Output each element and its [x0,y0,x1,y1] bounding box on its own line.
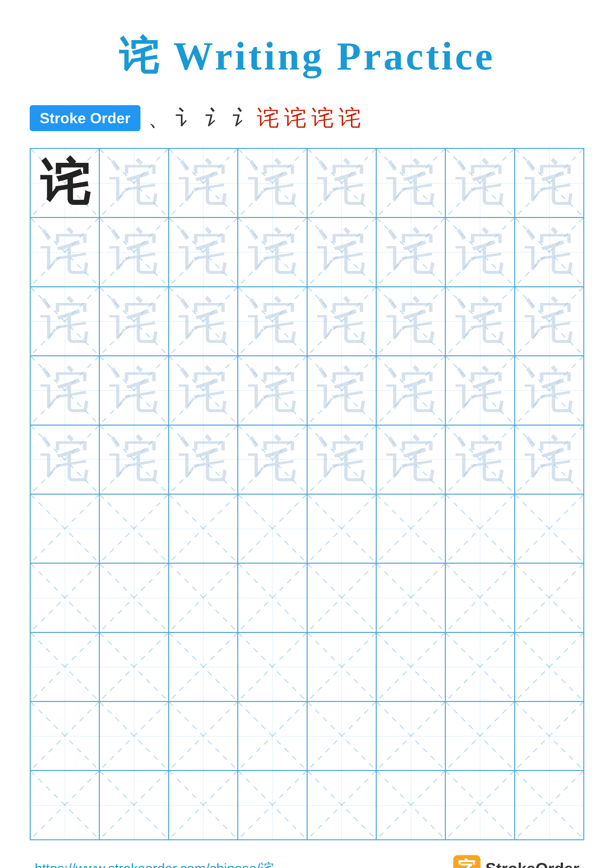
svg-line-136 [308,702,376,770]
svg-line-95 [515,494,583,563]
grid-cell-empty[interactable] [445,702,515,770]
grid-cell[interactable]: 诧 [307,149,376,217]
grid-cell[interactable]: 诧 [376,356,445,425]
grid-cell-empty[interactable] [515,702,584,770]
grid-cell[interactable]: 诧 [30,425,99,494]
grid-cell[interactable]: 诧 [30,217,99,287]
footer-url[interactable]: https://www.strokeorder.com/chinese/诧 [35,860,274,868]
grid-row-5: 诧 诧 诧 诧 诧 诧 诧 诧 [30,425,584,494]
grid-cell-empty[interactable] [307,770,376,840]
svg-line-148 [169,771,237,839]
grid-cell-empty[interactable] [238,494,307,563]
grid-cell[interactable]: 诧 [445,217,515,287]
svg-line-106 [377,564,445,632]
svg-line-120 [308,633,376,701]
grid-cell-empty[interactable] [169,702,238,770]
svg-line-139 [377,702,445,770]
grid-cell[interactable]: 诧 [376,425,445,494]
svg-line-80 [31,494,99,563]
grid-cell-empty[interactable] [515,770,584,840]
svg-line-124 [446,633,514,701]
grid-cell-empty[interactable] [169,632,238,702]
grid-cell-empty[interactable] [376,770,445,840]
grid-cell[interactable]: 诧 [376,217,445,287]
grid-cell-empty[interactable] [515,494,584,563]
grid-cell-empty[interactable] [307,702,376,770]
grid-cell-empty[interactable] [238,563,307,632]
grid-cell[interactable]: 诧 [169,149,238,217]
grid-cell-empty[interactable] [99,563,168,632]
grid-cell-empty[interactable] [30,563,99,632]
grid-cell-empty[interactable] [238,632,307,702]
practice-char: 诧 [40,158,90,208]
grid-cell[interactable]: 诧 [376,287,445,356]
grid-cell-empty[interactable] [376,632,445,702]
grid-cell[interactable]: 诧 [515,217,584,287]
grid-cell[interactable]: 诧 [376,149,445,217]
grid-cell-empty[interactable] [307,632,376,702]
title-char: 诧 [119,34,161,78]
svg-line-137 [308,702,376,770]
grid-cell-empty[interactable] [445,563,515,632]
svg-line-150 [238,771,306,839]
grid-cell-empty[interactable] [307,563,376,632]
grid-cell[interactable]: 诧 [169,217,238,287]
grid-cell-empty[interactable] [445,770,515,840]
grid-cell-empty[interactable] [169,770,238,840]
grid-cell-empty[interactable] [99,632,168,702]
grid-cell-empty[interactable] [376,494,445,563]
grid-cell[interactable]: 诧 [169,425,238,494]
grid-cell[interactable]: 诧 [445,149,515,217]
grid-cell-empty[interactable] [169,494,238,563]
grid-cell[interactable]: 诧 [515,356,584,425]
grid-cell-empty[interactable] [30,702,99,770]
grid-cell[interactable]: 诧 [99,217,168,287]
grid-cell-empty[interactable] [376,702,445,770]
grid-cell-empty[interactable] [99,494,168,563]
grid-cell[interactable]: 诧 [307,356,376,425]
grid-cell-empty[interactable] [30,632,99,702]
grid-cell[interactable]: 诧 [30,287,99,356]
grid-cell-empty[interactable] [445,632,515,702]
grid-cell[interactable]: 诧 [238,356,307,425]
grid-cell[interactable]: 诧 [99,149,168,217]
grid-cell[interactable]: 诧 [238,217,307,287]
grid-cell[interactable]: 诧 [238,287,307,356]
grid-cell[interactable]: 诧 [169,356,238,425]
stroke-8: 诧 [339,103,361,133]
grid-cell[interactable]: 诧 [445,425,515,494]
grid-cell-empty[interactable] [99,770,168,840]
grid-cell[interactable]: 诧 [307,217,376,287]
grid-cell[interactable]: 诧 [99,287,168,356]
grid-cell[interactable]: 诧 [307,425,376,494]
grid-cell[interactable]: 诧 [445,356,515,425]
grid-cell[interactable]: 诧 [99,356,168,425]
grid-cell-empty[interactable] [376,563,445,632]
grid-cell[interactable]: 诧 [30,356,99,425]
grid-cell[interactable]: 诧 [238,149,307,217]
grid-cell[interactable]: 诧 [169,287,238,356]
grid-cell[interactable]: 诧 [30,149,99,217]
grid-cell[interactable]: 诧 [515,425,584,494]
grid-cell-empty[interactable] [515,632,584,702]
grid-cell-empty[interactable] [238,702,307,770]
grid-cell[interactable]: 诧 [99,425,168,494]
grid-cell-empty[interactable] [30,770,99,840]
grid-cell-empty[interactable] [99,702,168,770]
grid-cell[interactable]: 诧 [445,287,515,356]
grid-cell-empty[interactable] [169,563,238,632]
svg-line-140 [446,702,514,770]
page: 诧 Writing Practice Stroke Order 、 讠 讠 讠 … [0,0,614,868]
svg-line-112 [31,633,99,701]
grid-cell-empty[interactable] [307,494,376,563]
grid-cell-empty[interactable] [445,494,515,563]
svg-line-118 [238,633,306,701]
svg-line-129 [31,702,99,770]
grid-cell-empty[interactable] [238,770,307,840]
grid-cell-empty[interactable] [30,494,99,563]
grid-cell-empty[interactable] [515,563,584,632]
grid-cell[interactable]: 诧 [515,287,584,356]
grid-cell[interactable]: 诧 [307,287,376,356]
grid-cell[interactable]: 诧 [515,149,584,217]
grid-cell[interactable]: 诧 [238,425,307,494]
